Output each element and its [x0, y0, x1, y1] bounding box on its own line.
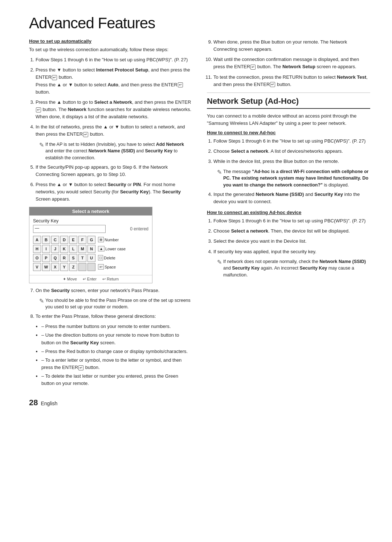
note-icon-adhoc-3: ✎	[217, 168, 222, 177]
step-1: Follow Steps 1 through 6 in the "How to …	[36, 56, 192, 63]
left-column: How to set up automatically To set up th…	[29, 38, 192, 407]
new-adhoc-step-3-note: ✎ The message "Ad-hoc is a direct WI-Fi …	[217, 168, 370, 189]
key-L[interactable]: L	[69, 245, 77, 253]
number-label: ⊕ Number	[98, 237, 119, 242]
key-J[interactable]: J	[51, 245, 59, 253]
auto-setup-steps: Follow Steps 1 through 6 in the "How to …	[29, 56, 192, 203]
new-adhoc-step-3: While in the device list, press the Blue…	[213, 158, 370, 188]
new-adhoc-step-1: Follow Steps 1 through 6 in the "How to …	[213, 137, 370, 145]
existing-adhoc-step-4-note: ✎ If network does not operate normally, …	[217, 258, 370, 279]
dash-item-5: To delete the last letter or number you …	[41, 373, 192, 387]
page-number: 28	[29, 398, 38, 407]
step-6-text: Press the ▲ or ▼ button to select Securi…	[36, 181, 192, 203]
right-column: When done, press the Blue button on your…	[207, 38, 370, 407]
adhoc-title: Network Setup (Ad-Hoc)	[207, 97, 370, 109]
dash-item-4: To a enter letter or symbol, move to the…	[41, 357, 192, 371]
step-7-note: ✎ You should be able to find the Pass Ph…	[39, 297, 192, 311]
key-W[interactable]: W	[42, 263, 50, 271]
key-input-box[interactable]: —	[33, 225, 106, 233]
key-entered: 0 entered	[130, 226, 148, 231]
existing-adhoc-heading: How to connect an existing Ad-hoc device	[207, 210, 370, 215]
step-7-note-text: You should be able to find the Pass Phra…	[45, 297, 192, 311]
new-adhoc-subsection: How to connect to new Ad-hoc Follow Step…	[207, 130, 370, 205]
new-adhoc-step-2-text: Choose Select a network. A list of devic…	[213, 148, 370, 155]
key-K[interactable]: K	[60, 245, 68, 253]
auto-setup-section: How to set up automatically To set up th…	[29, 38, 192, 387]
step-2: Press the ▼ button to select Internet Pr…	[36, 66, 192, 96]
existing-adhoc-step-4: If security key was applied, input the s…	[213, 248, 370, 279]
step-4-note-text: If the AP is set to Hidden (Invisible), …	[45, 141, 192, 161]
security-key-label: Security Key	[33, 218, 148, 223]
key-U[interactable]: U	[87, 254, 95, 262]
key-C[interactable]: C	[51, 236, 59, 244]
new-adhoc-step-1-text: Follow Steps 1 through 6 in the "How to …	[213, 137, 370, 145]
page-title: Advanced Features	[29, 15, 370, 32]
key-D[interactable]: D	[60, 236, 68, 244]
key-blank2[interactable]	[87, 263, 95, 271]
adhoc-section: Network Setup (Ad-Hoc) You can connect t…	[207, 97, 370, 279]
key-blank1[interactable]	[78, 263, 86, 271]
page-lang: English	[41, 401, 57, 406]
key-R[interactable]: R	[60, 254, 68, 262]
number-icon: ⊕	[98, 237, 104, 242]
keyboard-row-1: A B C D E F G ⊕ Number	[33, 236, 148, 244]
delete-icon: □	[98, 255, 103, 260]
step-8-list: Press the number buttons on your remote …	[36, 323, 192, 387]
existing-adhoc-step-2-text: Choose Select a network. Then, the devic…	[213, 227, 370, 235]
existing-adhoc-subsection: How to connect an existing Ad-hoc device…	[207, 210, 370, 279]
key-Z[interactable]: Z	[69, 263, 77, 271]
page-number-area: 28 English	[29, 398, 192, 407]
key-T[interactable]: T	[78, 254, 86, 262]
step-4: In the list of networks, press the ▲ or …	[36, 123, 192, 161]
step-9-text: When done, press the Blue button on your…	[213, 38, 370, 53]
keyboard-row-2: H I J K L M N ▲ Lower case	[33, 245, 148, 253]
step-3-text: Press the ▲ button to go to Select a Net…	[36, 99, 192, 120]
step-8: To enter the Pass Phrase, follow these g…	[36, 313, 192, 387]
key-H[interactable]: H	[33, 245, 41, 253]
space-icon: ↩	[98, 264, 104, 270]
key-G[interactable]: G	[87, 236, 95, 244]
key-N[interactable]: N	[87, 245, 95, 253]
existing-adhoc-step-1: Follow Steps 1 through 6 in the "How to …	[213, 217, 370, 225]
existing-adhoc-step-4-text: If security key was applied, input the s…	[213, 248, 370, 255]
step-4-text: In the list of networks, press the ▲ or …	[36, 123, 192, 138]
key-input-row: — 0 entered	[33, 225, 148, 233]
footer-return: ↩ Return	[102, 277, 119, 282]
key-Q[interactable]: Q	[51, 254, 59, 262]
network-box-body: Security Key — 0 entered A B C D	[29, 215, 152, 274]
step-8-text: To enter the Pass Phrase, follow these g…	[36, 313, 192, 320]
key-X[interactable]: X	[51, 263, 59, 271]
step-10: Wait until the connection confirmation m…	[213, 56, 370, 70]
key-M[interactable]: M	[78, 245, 86, 253]
new-adhoc-step-3-note-text: The message "Ad-hoc is a direct WI-Fi co…	[223, 168, 370, 189]
key-E[interactable]: E	[69, 236, 77, 244]
note-icon: ✎	[39, 141, 44, 150]
main-content: How to set up automatically To set up th…	[29, 38, 370, 407]
key-Y[interactable]: Y	[60, 263, 68, 271]
key-I[interactable]: I	[42, 245, 50, 253]
network-box-footer: ✦ Move ↵ Enter ↩ Return	[29, 275, 152, 283]
existing-adhoc-step-2: Choose Select a network. Then, the devic…	[213, 227, 370, 235]
key-F[interactable]: F	[78, 236, 86, 244]
new-adhoc-step-3-text: While in the device list, press the Blue…	[213, 158, 370, 165]
new-adhoc-steps: Follow Steps 1 through 6 in the "How to …	[207, 137, 370, 205]
note-icon-7: ✎	[39, 297, 44, 306]
adhoc-intro: You can connect to a mobile device witho…	[207, 112, 370, 127]
delete-label: □ Delete	[98, 255, 115, 260]
auto-setup-intro: To set up the wireless connection automa…	[29, 46, 192, 53]
step-2-text: Press the ▼ button to select Internet Pr…	[36, 66, 192, 96]
new-adhoc-step-2: Choose Select a network. A list of devic…	[213, 148, 370, 155]
key-V[interactable]: V	[33, 263, 41, 271]
key-B[interactable]: B	[42, 236, 50, 244]
step-7: On the Security screen, enter your netwo…	[36, 287, 192, 311]
existing-adhoc-step-4-note-text: If network does not operate normally, ch…	[223, 258, 370, 279]
section-divider	[207, 93, 370, 93]
key-O[interactable]: O	[33, 254, 41, 262]
auto-setup-heading: How to set up automatically	[29, 38, 192, 44]
key-S[interactable]: S	[69, 254, 77, 262]
right-steps-continued: When done, press the Blue button on your…	[207, 38, 370, 88]
step-5: If the Security/PIN pop-up appears, go t…	[36, 164, 192, 178]
key-A[interactable]: A	[33, 236, 41, 244]
key-P[interactable]: P	[42, 254, 50, 262]
step-9: When done, press the Blue button on your…	[213, 38, 370, 53]
